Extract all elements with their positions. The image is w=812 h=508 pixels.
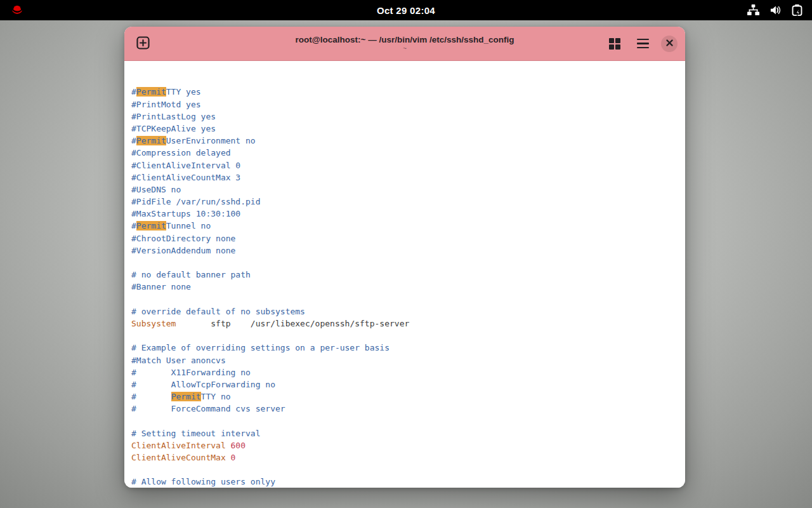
text-segment: Permit <box>136 87 166 97</box>
editor-line: # ForceCommand cvs server <box>131 403 685 415</box>
text-segment: #ChrootDirectory none <box>131 234 235 243</box>
editor-line: #VersionAddendum none <box>131 244 685 257</box>
vim-editor[interactable]: #PermitTTY yes#PrintMotd yes#PrintLastLo… <box>124 61 685 488</box>
text-segment: Permit <box>136 136 166 145</box>
menu-button[interactable] <box>633 34 652 53</box>
system-tray[interactable] <box>747 4 803 17</box>
redhat-logo-icon <box>9 3 25 18</box>
editor-line <box>131 257 685 269</box>
text-segment: # Example of overriding settings on a pe… <box>131 343 390 352</box>
tab-overview-button[interactable] <box>605 34 624 53</box>
text-segment: #VersionAddendum none <box>131 246 235 255</box>
text-segment: # ForceCommand cvs server <box>131 404 285 413</box>
text-segment: # <box>131 221 136 231</box>
editor-lines: #PermitTTY yes#PrintMotd yes#PrintLastLo… <box>131 86 685 488</box>
editor-line: ClientAliveCountMax 0 <box>131 451 685 464</box>
editor-line: ClientAliveInterval 600 <box>131 439 685 451</box>
vim-mode-indicator: -- INSERT -- <box>161 487 221 488</box>
editor-line: # Example of overriding settings on a pe… <box>131 342 685 354</box>
text-segment: #ClientAliveCountMax 3 <box>131 173 240 182</box>
text-segment: ClientAliveInterval <box>131 441 226 450</box>
text-segment: #PidFile /var/run/sshd.pid <box>131 197 261 206</box>
editor-line: #PrintMotd yes <box>131 98 685 110</box>
terminal-window: root@localhost:~ — /usr/bin/vim /etc/ssh… <box>124 27 685 488</box>
editor-line: # PermitTTY no <box>131 391 685 403</box>
text-segment: # <box>131 87 136 97</box>
text-segment <box>226 441 231 450</box>
window-title-box: root@localhost:~ — /usr/bin/vim /etc/ssh… <box>209 35 601 53</box>
editor-line <box>131 293 685 305</box>
editor-line <box>131 415 685 427</box>
text-segment: 0 <box>231 453 236 462</box>
text-segment: # AllowTcpForwarding no <box>131 380 275 389</box>
text-segment: #Banner none <box>131 282 191 291</box>
editor-line: # no default banner path <box>131 269 685 281</box>
vim-status-line: -- INSERT -- 137,15 Bot <box>131 474 685 486</box>
activities-corner[interactable] <box>9 3 25 18</box>
editor-line: # AllowTcpForwarding no <box>131 378 685 391</box>
editor-line: # Setting timeout interval <box>131 427 685 439</box>
close-button[interactable] <box>661 36 678 52</box>
text-segment: # X11Forwarding no <box>131 368 251 377</box>
editor-line: #MaxStartups 10:30:100 <box>131 208 685 220</box>
text-segment: sftp /usr/libexec/openssh/sftp-server <box>176 319 409 328</box>
close-icon <box>665 39 674 49</box>
editor-line: # override default of no subsystems <box>131 305 685 318</box>
text-segment: TTY yes <box>166 87 201 97</box>
editor-line: #PermitTunnel no <box>131 220 685 232</box>
tab-grid-icon <box>609 38 620 50</box>
text-segment: #Compression delayed <box>131 148 231 157</box>
text-segment: Permit <box>136 221 166 231</box>
text-segment <box>226 453 231 462</box>
editor-line: #ClientAliveCountMax 3 <box>131 171 685 184</box>
text-segment: Tunnel no <box>166 221 211 231</box>
text-segment: # no default banner path <box>131 270 251 279</box>
editor-line: #Compression delayed <box>131 147 685 159</box>
text-segment: # Setting timeout interval <box>131 429 261 438</box>
editor-line: #ChrootDirectory none <box>131 232 685 244</box>
network-icon <box>747 4 760 17</box>
editor-line: #PrintLastLog yes <box>131 110 685 123</box>
terminal-titlebar[interactable]: root@localhost:~ — /usr/bin/vim /etc/ssh… <box>124 27 685 61</box>
window-subtitle: ~ <box>209 44 601 52</box>
text-segment: #UseDNS no <box>131 185 181 194</box>
text-segment: # <box>131 136 136 145</box>
top-bar: Oct 29 02:04 <box>0 0 812 20</box>
editor-line: #UseDNS no <box>131 184 685 196</box>
text-segment: TTY no <box>201 392 231 401</box>
text-segment: #TCPKeepAlive yes <box>131 124 216 133</box>
hamburger-menu-icon <box>637 39 649 49</box>
text-segment: Permit <box>171 392 201 401</box>
new-tab-button[interactable] <box>132 33 154 55</box>
editor-line: #PermitUserEnvironment no <box>131 135 685 147</box>
text-segment: # override default of no subsystems <box>131 307 305 316</box>
text-segment: #MaxStartups 10:30:100 <box>131 209 240 218</box>
editor-line: # X11Forwarding no <box>131 366 685 378</box>
text-segment: #PrintLastLog yes <box>131 112 216 121</box>
text-segment: UserEnvironment no <box>166 136 256 145</box>
editor-line: #Match User anoncvs <box>131 354 685 366</box>
editor-line <box>131 330 685 342</box>
text-segment: #Match User anoncvs <box>131 356 226 365</box>
editor-line: #TCPKeepAlive yes <box>131 123 685 135</box>
text-segment: ClientAliveCountMax <box>131 453 226 462</box>
text-segment: Subsystem <box>131 319 176 328</box>
editor-line: #PermitTTY yes <box>131 86 685 98</box>
text-segment: # <box>131 392 171 401</box>
battery-charging-icon <box>791 4 803 17</box>
editor-line: Subsystem sftp /usr/libexec/openssh/sftp… <box>131 318 685 330</box>
window-title: root@localhost:~ — /usr/bin/vim /etc/ssh… <box>209 35 601 45</box>
volume-icon <box>769 4 782 16</box>
text-segment: 600 <box>231 441 246 450</box>
editor-line: #ClientAliveInterval 0 <box>131 159 685 171</box>
editor-line: #PidFile /var/run/sshd.pid <box>131 196 685 208</box>
clock[interactable]: Oct 29 02:04 <box>377 5 435 16</box>
new-tab-plus-icon <box>136 36 150 51</box>
editor-line: #Banner none <box>131 281 685 293</box>
text-segment: #ClientAliveInterval 0 <box>131 161 240 170</box>
text-segment: #PrintMotd yes <box>131 100 201 109</box>
